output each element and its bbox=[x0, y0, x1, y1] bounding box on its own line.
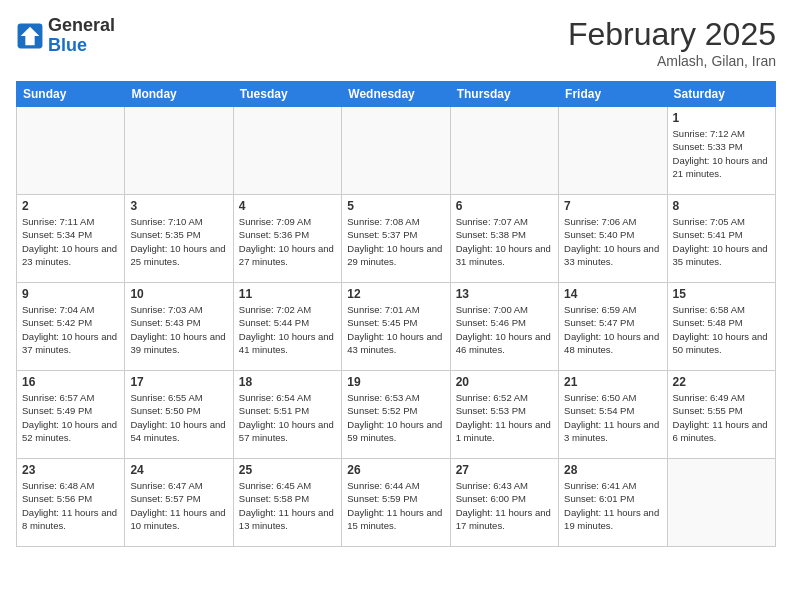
calendar-cell: 5Sunrise: 7:08 AM Sunset: 5:37 PM Daylig… bbox=[342, 195, 450, 283]
logo-icon bbox=[16, 22, 44, 50]
day-info: Sunrise: 7:10 AM Sunset: 5:35 PM Dayligh… bbox=[130, 215, 227, 268]
day-info: Sunrise: 6:48 AM Sunset: 5:56 PM Dayligh… bbox=[22, 479, 119, 532]
weekday-header-tuesday: Tuesday bbox=[233, 82, 341, 107]
calendar-cell: 26Sunrise: 6:44 AM Sunset: 5:59 PM Dayli… bbox=[342, 459, 450, 547]
day-info: Sunrise: 7:02 AM Sunset: 5:44 PM Dayligh… bbox=[239, 303, 336, 356]
day-number: 16 bbox=[22, 375, 119, 389]
day-number: 24 bbox=[130, 463, 227, 477]
calendar-cell: 3Sunrise: 7:10 AM Sunset: 5:35 PM Daylig… bbox=[125, 195, 233, 283]
calendar-cell: 23Sunrise: 6:48 AM Sunset: 5:56 PM Dayli… bbox=[17, 459, 125, 547]
day-number: 28 bbox=[564, 463, 661, 477]
logo-line2: Blue bbox=[48, 36, 115, 56]
day-info: Sunrise: 6:53 AM Sunset: 5:52 PM Dayligh… bbox=[347, 391, 444, 444]
day-number: 17 bbox=[130, 375, 227, 389]
day-number: 5 bbox=[347, 199, 444, 213]
day-number: 18 bbox=[239, 375, 336, 389]
day-info: Sunrise: 7:11 AM Sunset: 5:34 PM Dayligh… bbox=[22, 215, 119, 268]
day-info: Sunrise: 6:54 AM Sunset: 5:51 PM Dayligh… bbox=[239, 391, 336, 444]
day-number: 15 bbox=[673, 287, 770, 301]
day-info: Sunrise: 7:03 AM Sunset: 5:43 PM Dayligh… bbox=[130, 303, 227, 356]
day-info: Sunrise: 6:41 AM Sunset: 6:01 PM Dayligh… bbox=[564, 479, 661, 532]
day-number: 12 bbox=[347, 287, 444, 301]
calendar-cell: 12Sunrise: 7:01 AM Sunset: 5:45 PM Dayli… bbox=[342, 283, 450, 371]
calendar-cell bbox=[450, 107, 558, 195]
logo: General Blue bbox=[16, 16, 115, 56]
day-number: 4 bbox=[239, 199, 336, 213]
day-info: Sunrise: 6:50 AM Sunset: 5:54 PM Dayligh… bbox=[564, 391, 661, 444]
calendar-cell: 22Sunrise: 6:49 AM Sunset: 5:55 PM Dayli… bbox=[667, 371, 775, 459]
calendar-cell: 20Sunrise: 6:52 AM Sunset: 5:53 PM Dayli… bbox=[450, 371, 558, 459]
calendar-cell: 10Sunrise: 7:03 AM Sunset: 5:43 PM Dayli… bbox=[125, 283, 233, 371]
day-number: 10 bbox=[130, 287, 227, 301]
calendar-cell: 24Sunrise: 6:47 AM Sunset: 5:57 PM Dayli… bbox=[125, 459, 233, 547]
day-number: 3 bbox=[130, 199, 227, 213]
calendar-cell: 1Sunrise: 7:12 AM Sunset: 5:33 PM Daylig… bbox=[667, 107, 775, 195]
calendar-cell: 19Sunrise: 6:53 AM Sunset: 5:52 PM Dayli… bbox=[342, 371, 450, 459]
calendar-cell: 11Sunrise: 7:02 AM Sunset: 5:44 PM Dayli… bbox=[233, 283, 341, 371]
calendar-cell: 16Sunrise: 6:57 AM Sunset: 5:49 PM Dayli… bbox=[17, 371, 125, 459]
day-number: 13 bbox=[456, 287, 553, 301]
page-header: General Blue February 2025 Amlash, Gilan… bbox=[16, 16, 776, 69]
day-info: Sunrise: 7:04 AM Sunset: 5:42 PM Dayligh… bbox=[22, 303, 119, 356]
calendar-cell bbox=[667, 459, 775, 547]
weekday-header-monday: Monday bbox=[125, 82, 233, 107]
calendar-cell: 9Sunrise: 7:04 AM Sunset: 5:42 PM Daylig… bbox=[17, 283, 125, 371]
title-block: February 2025 Amlash, Gilan, Iran bbox=[568, 16, 776, 69]
location-subtitle: Amlash, Gilan, Iran bbox=[568, 53, 776, 69]
day-number: 11 bbox=[239, 287, 336, 301]
day-info: Sunrise: 7:01 AM Sunset: 5:45 PM Dayligh… bbox=[347, 303, 444, 356]
day-info: Sunrise: 6:58 AM Sunset: 5:48 PM Dayligh… bbox=[673, 303, 770, 356]
day-number: 2 bbox=[22, 199, 119, 213]
calendar-cell bbox=[125, 107, 233, 195]
week-row-3: 9Sunrise: 7:04 AM Sunset: 5:42 PM Daylig… bbox=[17, 283, 776, 371]
calendar-cell: 25Sunrise: 6:45 AM Sunset: 5:58 PM Dayli… bbox=[233, 459, 341, 547]
day-info: Sunrise: 7:09 AM Sunset: 5:36 PM Dayligh… bbox=[239, 215, 336, 268]
day-info: Sunrise: 7:00 AM Sunset: 5:46 PM Dayligh… bbox=[456, 303, 553, 356]
calendar-cell: 13Sunrise: 7:00 AM Sunset: 5:46 PM Dayli… bbox=[450, 283, 558, 371]
day-number: 7 bbox=[564, 199, 661, 213]
day-info: Sunrise: 7:06 AM Sunset: 5:40 PM Dayligh… bbox=[564, 215, 661, 268]
day-number: 26 bbox=[347, 463, 444, 477]
calendar-table: SundayMondayTuesdayWednesdayThursdayFrid… bbox=[16, 81, 776, 547]
calendar-cell: 17Sunrise: 6:55 AM Sunset: 5:50 PM Dayli… bbox=[125, 371, 233, 459]
day-info: Sunrise: 6:52 AM Sunset: 5:53 PM Dayligh… bbox=[456, 391, 553, 444]
day-info: Sunrise: 6:59 AM Sunset: 5:47 PM Dayligh… bbox=[564, 303, 661, 356]
day-info: Sunrise: 6:55 AM Sunset: 5:50 PM Dayligh… bbox=[130, 391, 227, 444]
day-number: 6 bbox=[456, 199, 553, 213]
weekday-header-thursday: Thursday bbox=[450, 82, 558, 107]
calendar-cell bbox=[17, 107, 125, 195]
calendar-cell: 7Sunrise: 7:06 AM Sunset: 5:40 PM Daylig… bbox=[559, 195, 667, 283]
day-number: 20 bbox=[456, 375, 553, 389]
calendar-cell: 27Sunrise: 6:43 AM Sunset: 6:00 PM Dayli… bbox=[450, 459, 558, 547]
day-info: Sunrise: 7:05 AM Sunset: 5:41 PM Dayligh… bbox=[673, 215, 770, 268]
day-number: 19 bbox=[347, 375, 444, 389]
day-number: 8 bbox=[673, 199, 770, 213]
calendar-cell: 18Sunrise: 6:54 AM Sunset: 5:51 PM Dayli… bbox=[233, 371, 341, 459]
month-title: February 2025 bbox=[568, 16, 776, 53]
logo-line1: General bbox=[48, 16, 115, 36]
calendar-cell: 4Sunrise: 7:09 AM Sunset: 5:36 PM Daylig… bbox=[233, 195, 341, 283]
weekday-header-saturday: Saturday bbox=[667, 82, 775, 107]
day-number: 1 bbox=[673, 111, 770, 125]
day-number: 25 bbox=[239, 463, 336, 477]
week-row-2: 2Sunrise: 7:11 AM Sunset: 5:34 PM Daylig… bbox=[17, 195, 776, 283]
weekday-header-wednesday: Wednesday bbox=[342, 82, 450, 107]
day-number: 21 bbox=[564, 375, 661, 389]
calendar-cell bbox=[559, 107, 667, 195]
day-info: Sunrise: 7:08 AM Sunset: 5:37 PM Dayligh… bbox=[347, 215, 444, 268]
weekday-header-friday: Friday bbox=[559, 82, 667, 107]
day-number: 9 bbox=[22, 287, 119, 301]
day-info: Sunrise: 6:45 AM Sunset: 5:58 PM Dayligh… bbox=[239, 479, 336, 532]
day-info: Sunrise: 7:07 AM Sunset: 5:38 PM Dayligh… bbox=[456, 215, 553, 268]
calendar-cell: 15Sunrise: 6:58 AM Sunset: 5:48 PM Dayli… bbox=[667, 283, 775, 371]
day-info: Sunrise: 6:43 AM Sunset: 6:00 PM Dayligh… bbox=[456, 479, 553, 532]
calendar-cell: 21Sunrise: 6:50 AM Sunset: 5:54 PM Dayli… bbox=[559, 371, 667, 459]
calendar-cell bbox=[342, 107, 450, 195]
day-number: 14 bbox=[564, 287, 661, 301]
day-number: 23 bbox=[22, 463, 119, 477]
calendar-cell: 28Sunrise: 6:41 AM Sunset: 6:01 PM Dayli… bbox=[559, 459, 667, 547]
day-info: Sunrise: 7:12 AM Sunset: 5:33 PM Dayligh… bbox=[673, 127, 770, 180]
day-number: 22 bbox=[673, 375, 770, 389]
calendar-cell: 14Sunrise: 6:59 AM Sunset: 5:47 PM Dayli… bbox=[559, 283, 667, 371]
week-row-4: 16Sunrise: 6:57 AM Sunset: 5:49 PM Dayli… bbox=[17, 371, 776, 459]
